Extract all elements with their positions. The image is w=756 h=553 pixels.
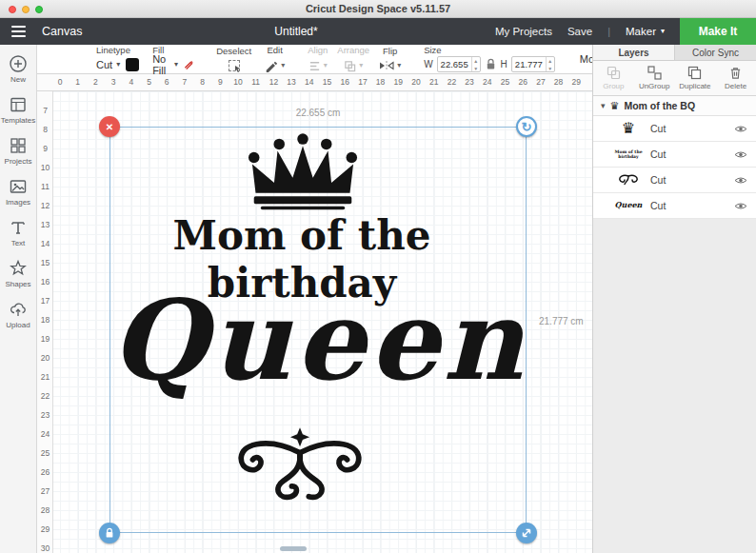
- my-projects-link[interactable]: My Projects: [495, 26, 552, 37]
- ruler-mark: 10: [233, 77, 242, 87]
- flourish-thumbnail-icon: [618, 174, 639, 186]
- app-header: Canvas Untitled* My Projects Save | Make…: [0, 18, 756, 45]
- sidebar-item-projects[interactable]: Projects: [0, 136, 36, 166]
- crown-thumbnail-icon: ♛: [622, 121, 635, 136]
- shapes-icon: [9, 259, 28, 278]
- layer-row-flourish[interactable]: Cut: [593, 168, 756, 193]
- align-button[interactable]: Align ▾: [308, 46, 328, 72]
- sidebar-item-label: Templates: [1, 116, 35, 125]
- disclosure-triangle-icon[interactable]: ▾: [601, 101, 606, 110]
- layer-visibility-toggle[interactable]: [734, 176, 747, 185]
- deselect-button[interactable]: Deselect: [216, 47, 251, 72]
- layer-visibility-toggle[interactable]: [734, 125, 747, 133]
- group-button[interactable]: Group: [593, 61, 634, 95]
- rotate-handle[interactable]: ↻: [516, 116, 537, 137]
- lock-icon: [105, 527, 114, 539]
- save-link[interactable]: Save: [567, 26, 592, 37]
- layer-row-queen[interactable]: Queen Cut: [593, 193, 756, 219]
- sidebar-item-templates[interactable]: Templates: [0, 95, 36, 125]
- rotate-icon: ↻: [522, 120, 532, 134]
- minimize-window-button[interactable]: [22, 6, 30, 13]
- design-canvas[interactable]: 22.655 cm 21.777 cm Mom of the: [53, 91, 592, 553]
- sidebar-item-new[interactable]: New: [0, 54, 36, 84]
- close-icon: ✕: [106, 122, 113, 132]
- ruler-mark: 28: [37, 505, 53, 515]
- size-width-input[interactable]: 22.655 ▲▼: [437, 56, 481, 72]
- lock-handle[interactable]: [99, 523, 120, 543]
- arrange-icon: [344, 60, 356, 72]
- ruler-mark: 21: [37, 372, 53, 382]
- horizontal-scrollbar-thumb[interactable]: [280, 546, 307, 551]
- sidebar-item-images[interactable]: Images: [0, 177, 36, 207]
- ruler-mark: 29: [37, 524, 53, 534]
- design-artwork[interactable]: Mom of the birthday Queen: [110, 128, 526, 532]
- sidebar-item-upload[interactable]: Upload: [0, 300, 36, 329]
- arrange-label: Arrange: [337, 46, 369, 55]
- tab-layers[interactable]: Layers: [593, 45, 674, 60]
- chevron-down-icon: ▾: [324, 62, 328, 69]
- zoom-window-button[interactable]: [35, 6, 43, 13]
- ruler-mark: 4: [129, 77, 133, 87]
- ruler-mark: 18: [376, 77, 385, 87]
- layer-visibility-toggle[interactable]: [734, 150, 747, 159]
- delete-handle[interactable]: ✕: [99, 116, 120, 137]
- fill-value: No Fill: [152, 53, 170, 76]
- make-it-button[interactable]: Make It: [680, 18, 756, 45]
- eye-icon: [734, 150, 747, 159]
- sidebar-item-text[interactable]: Text: [0, 218, 36, 247]
- ruler-mark: 8: [37, 125, 53, 134]
- sidebar-item-label: Shapes: [5, 280, 30, 288]
- duplicate-icon: [687, 66, 702, 80]
- width-steppers[interactable]: ▲▼: [471, 57, 480, 71]
- vertical-ruler: 7891011121314151617181920212223242526272…: [37, 91, 53, 553]
- arrange-button[interactable]: Arrange ▾: [337, 46, 369, 72]
- machine-selector[interactable]: Maker ▾: [626, 26, 665, 37]
- layer-row-text[interactable]: Mom of the birthday Cut: [593, 142, 756, 168]
- duplicate-button[interactable]: Duplicate: [675, 61, 716, 95]
- edit-toolbar: Linetype Cut ▾ Fill No Fill ▾ Deselect: [37, 45, 592, 74]
- layer-operation: Cut: [650, 200, 666, 211]
- linetype-color-swatch[interactable]: [126, 58, 139, 71]
- ruler-mark: 19: [37, 334, 53, 344]
- flip-label: Flip: [383, 47, 397, 56]
- ruler-mark: 25: [501, 77, 509, 87]
- height-dimension-label: 21.777 cm: [539, 316, 584, 326]
- design-text-queen: Queen: [110, 280, 526, 402]
- no-fill-pen-icon[interactable]: [184, 57, 193, 71]
- aspect-lock-icon[interactable]: [486, 58, 496, 70]
- selection-box[interactable]: Mom of the birthday Queen: [109, 127, 527, 533]
- delete-button[interactable]: Delete: [715, 61, 756, 95]
- ruler-mark: 24: [37, 429, 53, 439]
- flip-button[interactable]: Flip ▾: [379, 47, 401, 72]
- close-window-button[interactable]: [9, 6, 16, 13]
- edit-label: Edit: [268, 46, 283, 55]
- deselect-label: Deselect: [216, 47, 251, 56]
- linetype-dropdown[interactable]: Cut ▾: [96, 59, 120, 70]
- crown-graphic: [242, 132, 364, 212]
- ruler-mark: 1: [75, 77, 80, 87]
- ruler-mark: 17: [358, 77, 367, 87]
- sidebar-item-shapes[interactable]: Shapes: [0, 259, 36, 288]
- resize-handle[interactable]: [516, 523, 537, 543]
- layer-visibility-toggle[interactable]: [734, 202, 747, 210]
- ruler-mark: 16: [340, 77, 348, 87]
- ruler-mark: 13: [287, 77, 295, 87]
- sidebar: New Templates Projects Images Text Shape…: [0, 45, 37, 553]
- ruler-mark: 16: [37, 277, 53, 286]
- layer-group-header[interactable]: ▾ ♛ Mom of the BQ: [593, 96, 756, 116]
- edit-pencil-icon: [265, 59, 278, 72]
- layer-row-crown[interactable]: ♛ Cut: [593, 116, 756, 142]
- ungroup-button[interactable]: UnGroup: [634, 61, 675, 95]
- size-height-input[interactable]: 21.777 ▲▼: [511, 56, 555, 72]
- machine-name: Maker: [626, 26, 656, 37]
- tab-color-sync[interactable]: Color Sync: [674, 45, 756, 60]
- header-divider: |: [607, 26, 610, 37]
- sidebar-item-label: Images: [6, 198, 30, 207]
- height-steppers[interactable]: ▲▼: [546, 57, 554, 71]
- fill-dropdown[interactable]: No Fill ▾: [152, 53, 178, 76]
- ruler-mark: 20: [37, 353, 53, 363]
- ruler-mark: 11: [37, 182, 53, 191]
- layers-panel: Layers Color Sync Group UnGroup Duplicat…: [592, 45, 756, 553]
- ruler-mark: 25: [37, 448, 53, 458]
- edit-button[interactable]: Edit ▾: [265, 46, 285, 73]
